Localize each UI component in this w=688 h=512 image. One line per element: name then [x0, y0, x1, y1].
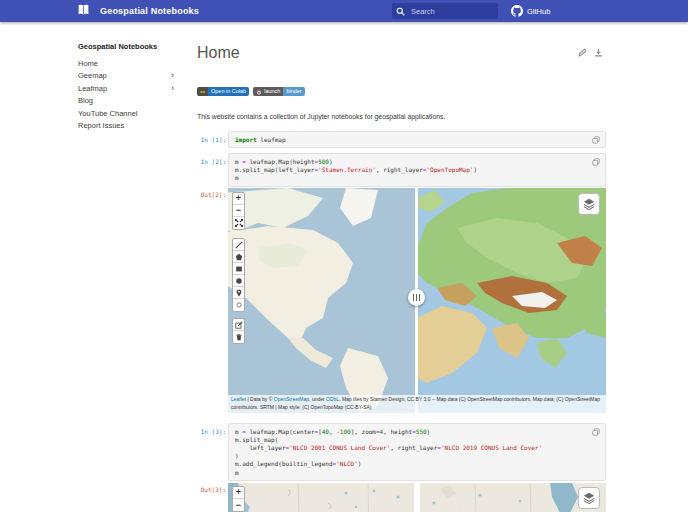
zoom-out-button[interactable]: −	[233, 205, 244, 217]
code-cell-1[interactable]: import leafmap	[228, 131, 606, 148]
page: Geospatial Notebooks GitHub Geospatial N…	[0, 0, 688, 512]
sidebar-item-label: YouTube Channel	[78, 109, 138, 118]
copy-code-icon[interactable]	[592, 428, 600, 436]
map1-left-pane-stamen-terrain[interactable]: + −	[228, 188, 417, 413]
github-icon	[511, 5, 523, 17]
code-cell-2[interactable]: m = leafmap.Map(height=500)m.split_map(l…	[228, 153, 606, 187]
download-page-icon[interactable]	[594, 48, 603, 57]
sidebar-item-label: Report Issues	[78, 121, 124, 130]
notebook-cell: In [2]: m = leafmap.Map(height=500)m.spl…	[197, 153, 606, 188]
sidebar: Geospatial Notebooks HomeGeemap›Leafmap›…	[78, 42, 174, 132]
split-map-divider[interactable]	[414, 483, 420, 512]
copy-code-icon[interactable]	[592, 136, 600, 144]
search-icon	[396, 7, 405, 16]
page-title: Home	[197, 44, 240, 62]
chevron-right-icon[interactable]: ›	[171, 84, 174, 93]
open-in-colab-badge[interactable]: ∞ Open in Colab	[197, 87, 249, 96]
colab-logo-icon: ∞	[200, 87, 205, 96]
draw-circlemarker-button[interactable]	[233, 299, 244, 311]
map2-left-pane-nlcd-2001[interactable]: + −	[228, 483, 414, 512]
site-logo-icon[interactable]	[77, 4, 90, 17]
cell-prompt-out-3: Out[3]:	[197, 486, 226, 493]
cell-prompt-in-3: In [3]:	[197, 428, 226, 435]
github-link[interactable]: GitHub	[511, 0, 550, 22]
search-input[interactable]	[409, 6, 493, 17]
code-text: m = leafmap.Map(height=500)m.split_map(l…	[235, 158, 599, 183]
draw-marker-button[interactable]	[233, 287, 244, 299]
app-header: Geospatial Notebooks GitHub	[0, 0, 688, 22]
zoom-in-button[interactable]: +	[233, 193, 244, 205]
edit-layers-button[interactable]	[233, 319, 244, 331]
sidebar-item-leafmap[interactable]: Leafmap›	[78, 82, 174, 95]
sidebar-item-label: Home	[78, 59, 98, 68]
chevron-right-icon[interactable]: ›	[171, 71, 174, 80]
draw-rectangle-button[interactable]	[233, 263, 244, 275]
zoom-in-button[interactable]: +	[233, 487, 244, 499]
launch-binder-badge[interactable]: launch binder	[253, 87, 305, 96]
map-output-1[interactable]: + −	[228, 188, 606, 413]
sidebar-item-report-issues[interactable]: Report Issues	[78, 120, 174, 133]
github-label: GitHub	[527, 7, 550, 16]
binder-launch-label: launch	[264, 87, 280, 96]
intro-text: This website contains a collection of Ju…	[197, 113, 445, 120]
code-cell-3[interactable]: m = leafmap.Map(center=[40, -100], zoom=…	[228, 423, 606, 481]
map1-right-pane-opentopomap[interactable]	[417, 188, 606, 413]
draw-polygon-button[interactable]	[233, 251, 244, 263]
zoom-out-button[interactable]: −	[233, 499, 244, 511]
badges-row: ∞ Open in Colab launch binder	[197, 87, 305, 96]
sidebar-item-label: Blog	[78, 96, 93, 105]
colab-badge-label: Open in Colab	[208, 87, 249, 96]
binder-badge-label: binder	[283, 87, 304, 96]
code-text: m = leafmap.Map(center=[40, -100], zoom=…	[235, 428, 599, 477]
draw-polyline-button[interactable]	[233, 239, 244, 251]
sidebar-item-geemap[interactable]: Geemap›	[78, 70, 174, 83]
cell-prompt-in-2: In [2]:	[197, 158, 226, 165]
search-box[interactable]	[392, 3, 498, 19]
code-text: import leafmap	[235, 136, 599, 144]
sidebar-nav: HomeGeemap›Leafmap›BlogYouTube ChannelRe…	[78, 57, 174, 132]
sidebar-item-label: Leafmap	[78, 84, 107, 93]
map1-draw-toolbar	[232, 238, 245, 312]
binder-logo-icon	[256, 89, 262, 95]
cell-prompt-in-1: In [1]:	[197, 136, 226, 143]
cell-prompt-out-2: Out[2]:	[197, 191, 226, 198]
map1-zoom-control: + −	[232, 192, 245, 230]
sidebar-item-label: Geemap	[78, 71, 107, 80]
sidebar-item-home[interactable]: Home	[78, 57, 174, 70]
map-output-2[interactable]: + −	[228, 483, 606, 512]
edit-page-icon[interactable]	[578, 48, 587, 57]
sidebar-item-blog[interactable]: Blog	[78, 95, 174, 108]
delete-layers-button[interactable]	[233, 331, 244, 343]
sidebar-item-youtube-channel[interactable]: YouTube Channel	[78, 107, 174, 120]
map-attribution: Leaflet | Data by © OpenStreetMap, under…	[228, 395, 606, 413]
map2-zoom-control: + −	[232, 486, 245, 512]
sidebar-site-title[interactable]: Geospatial Notebooks	[78, 42, 174, 51]
layers-control-icon[interactable]	[578, 193, 600, 215]
notebook-cell: In [1]: import leafmap	[197, 131, 606, 150]
notebook-cell: In [3]: m = leafmap.Map(center=[40, -100…	[197, 423, 606, 482]
fullscreen-button[interactable]	[233, 217, 244, 229]
copy-code-icon[interactable]	[592, 158, 600, 166]
header-title[interactable]: Geospatial Notebooks	[100, 0, 199, 22]
map1-edit-toolbar	[232, 318, 245, 344]
draw-circle-button[interactable]	[233, 275, 244, 287]
split-map-slider-handle[interactable]	[408, 289, 425, 306]
layers-control-icon[interactable]	[578, 487, 600, 509]
